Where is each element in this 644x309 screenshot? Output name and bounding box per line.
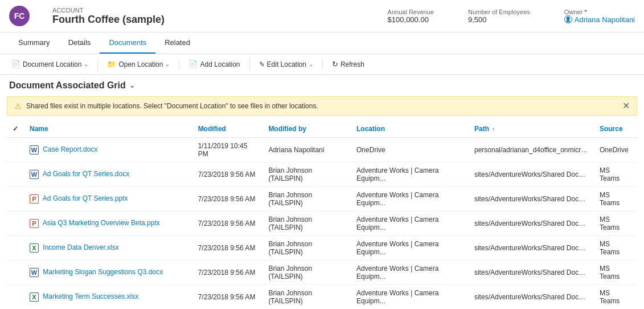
row-name: X Marketing Term Successes.xlsx (24, 285, 192, 310)
row-checkbox[interactable] (7, 187, 24, 212)
documents-table-container: ✓ Name Modified Modified by Location Pat… (0, 120, 644, 309)
col-name[interactable]: Name (24, 120, 192, 138)
row-modified-by: Brian Johnson (TAILSPIN) (262, 285, 351, 310)
edit-location-icon: ✎ (259, 60, 265, 68)
owner-user-icon: 👤 (564, 15, 572, 23)
row-location: Adventure Works | Camera Equipm... (351, 261, 469, 285)
row-source: MS Teams (594, 236, 637, 261)
table-row: W Marketing Slogan Suggestions Q3.docx 7… (7, 261, 637, 285)
file-link[interactable]: Marketing Slogan Suggestions Q3.docx (43, 268, 163, 276)
open-location-chevron-icon: ⌄ (165, 61, 170, 67)
check-all-icon: ✓ (13, 125, 18, 133)
row-source: MS Teams (594, 285, 637, 310)
file-link[interactable]: Income Data Denver.xlsx (43, 243, 118, 251)
row-source: MS Teams (594, 162, 637, 187)
owner-value[interactable]: 👤 Adriana Napolitani (564, 15, 635, 24)
col-location[interactable]: Location (351, 120, 469, 138)
file-icon: P (30, 194, 39, 204)
file-link[interactable]: Ad Goals for QT Series.docx (43, 170, 130, 178)
table-row: P Asia Q3 Marketing Overview Beta.pptx 7… (7, 212, 637, 236)
col-modified[interactable]: Modified (192, 120, 263, 138)
row-name: P Ad Goals for QT Series.pptx (24, 187, 192, 212)
page-header: FC ACCOUNT Fourth Coffee (sample) Annual… (0, 0, 644, 32)
documents-table: ✓ Name Modified Modified by Location Pat… (7, 120, 637, 309)
employees-field: Number of Employees 9,500 (468, 9, 530, 24)
row-name: W Ad Goals for QT Series.docx (24, 162, 192, 187)
annual-revenue-value: $100,000.00 (388, 15, 434, 24)
row-source: MS Teams (594, 187, 637, 212)
row-path: sites/AdventureWorks/Shared Documents/..… (469, 187, 594, 212)
row-path: sites/AdventureWorks/Shared Documents/..… (469, 261, 594, 285)
file-link[interactable]: Ad Goals for QT Series.pptx (43, 194, 128, 202)
select-all-checkbox[interactable]: ✓ (7, 120, 24, 138)
row-checkbox[interactable] (7, 138, 24, 162)
tab-related[interactable]: Related (155, 32, 199, 54)
account-info: ACCOUNT Fourth Coffee (sample) (52, 7, 165, 26)
file-icon: P (30, 219, 39, 228)
row-path: personal/adrianan_d4office_onmicrosoft_c… (469, 138, 594, 162)
open-location-icon: 📁 (107, 60, 116, 68)
tab-bar: Summary Details Documents Related (0, 32, 644, 54)
toolbar-separator-3 (249, 59, 250, 70)
tab-summary[interactable]: Summary (9, 32, 59, 54)
refresh-button[interactable]: ↻ Refresh (327, 58, 369, 71)
refresh-icon: ↻ (332, 60, 338, 68)
grid-title[interactable]: Document Associated Grid ⌄ (9, 80, 135, 91)
document-location-button[interactable]: 📄 Document Location ⌄ (7, 58, 93, 71)
row-name: P Asia Q3 Marketing Overview Beta.pptx (24, 212, 192, 236)
file-link[interactable]: Case Report.docx (43, 145, 97, 153)
row-checkbox[interactable] (7, 162, 24, 187)
row-modified-by: Brian Johnson (TAILSPIN) (262, 236, 351, 261)
row-location: Adventure Works | Camera Equipm... (351, 285, 469, 310)
col-source[interactable]: Source (594, 120, 637, 138)
open-location-button[interactable]: 📁 Open Location ⌄ (102, 58, 174, 71)
table-row: W Case Report.docx 1/11/2019 10:45 PM Ad… (7, 138, 637, 162)
annual-revenue-label: Annual Revenue (388, 9, 434, 15)
row-checkbox[interactable] (7, 261, 24, 285)
row-modified: 7/23/2018 9:56 AM (192, 187, 263, 212)
tab-documents[interactable]: Documents (100, 32, 155, 54)
document-location-label: Document Location (23, 60, 81, 68)
table-row: P Ad Goals for QT Series.pptx 7/23/2018 … (7, 187, 637, 212)
add-location-button[interactable]: 📄 Add Location (184, 58, 244, 71)
file-link[interactable]: Asia Q3 Marketing Overview Beta.pptx (43, 219, 160, 227)
row-modified: 7/23/2018 9:56 AM (192, 212, 263, 236)
file-link[interactable]: Marketing Term Successes.xlsx (43, 292, 138, 300)
row-location: Adventure Works | Camera Equipm... (351, 187, 469, 212)
file-icon: X (30, 243, 39, 253)
tab-details[interactable]: Details (59, 32, 100, 54)
row-location: Adventure Works | Camera Equipm... (351, 162, 469, 187)
row-checkbox[interactable] (7, 285, 24, 310)
table-header-row: ✓ Name Modified Modified by Location Pat… (7, 120, 637, 138)
row-modified: 7/23/2018 9:56 AM (192, 261, 263, 285)
row-source: MS Teams (594, 261, 637, 285)
warning-close-button[interactable]: ✕ (622, 101, 630, 111)
header-meta: Annual Revenue $100,000.00 Number of Emp… (388, 9, 635, 24)
col-path[interactable]: Path ↑ (469, 120, 594, 138)
owner-label: Owner (564, 9, 635, 15)
file-icon: X (30, 292, 39, 302)
col-modified-by[interactable]: Modified by (262, 120, 351, 138)
row-path: sites/AdventureWorks/Shared Documents/..… (469, 285, 594, 310)
row-modified-by: Brian Johnson (TAILSPIN) (262, 187, 351, 212)
row-checkbox[interactable] (7, 212, 24, 236)
add-location-icon: 📄 (188, 60, 198, 68)
row-name: W Case Report.docx (24, 138, 192, 162)
row-location: OneDrive (351, 138, 469, 162)
toolbar-separator-2 (179, 59, 179, 70)
edit-location-button[interactable]: ✎ Edit Location ⌄ (255, 58, 318, 71)
toolbar-separator-1 (97, 59, 98, 70)
warning-banner: ⚠ Shared files exist in multiple locatio… (7, 96, 637, 116)
add-location-label: Add Location (200, 60, 240, 68)
file-icon: W (30, 170, 39, 179)
edit-location-label: Edit Location (267, 60, 306, 68)
grid-title-chevron-icon: ⌄ (129, 82, 135, 90)
warning-icon: ⚠ (14, 101, 22, 111)
file-icon: W (30, 268, 39, 277)
account-label: ACCOUNT (52, 7, 165, 14)
path-sort-icon: ↑ (492, 126, 495, 132)
row-checkbox[interactable] (7, 236, 24, 261)
employees-label: Number of Employees (468, 9, 530, 15)
row-modified-by: Adriana Napolitani (262, 138, 351, 162)
account-name: Fourth Coffee (sample) (52, 14, 165, 26)
